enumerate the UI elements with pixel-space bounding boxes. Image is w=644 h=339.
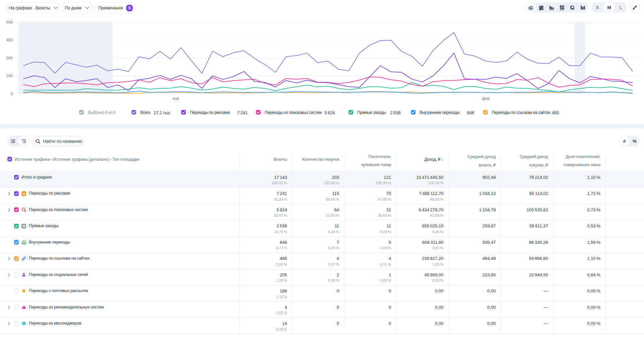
- svg-text:150: 150: [6, 74, 13, 78]
- svg-text:450: 450: [6, 38, 13, 42]
- svg-text:AD: AD: [22, 192, 25, 195]
- svg-text:600: 600: [6, 20, 13, 24]
- svg-text:янв: янв: [173, 96, 179, 100]
- svg-text:300: 300: [6, 56, 13, 60]
- svg-text:0: 0: [11, 92, 13, 96]
- svg-text:фев: фев: [482, 96, 489, 100]
